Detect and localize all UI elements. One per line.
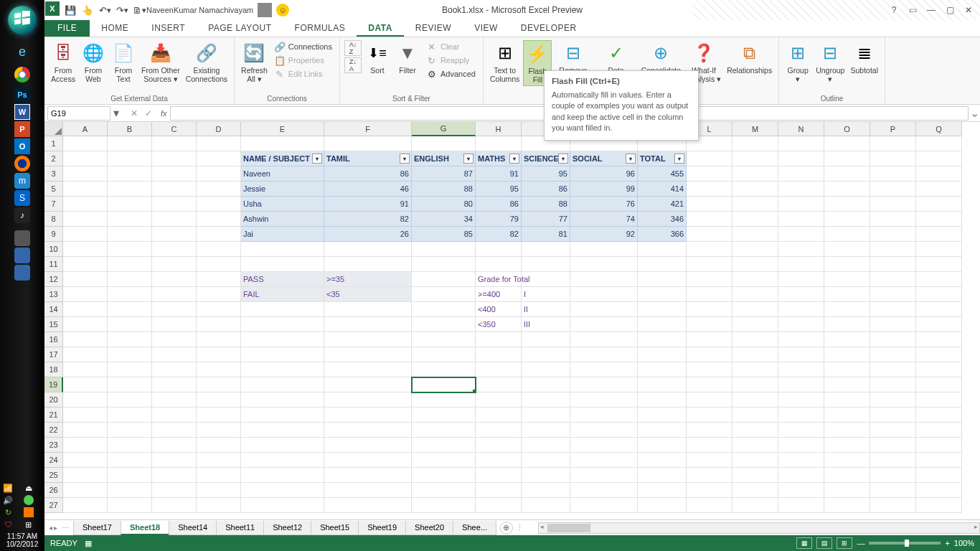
cell[interactable] [687,227,732,242]
column-header[interactable]: Q [916,122,962,136]
cell[interactable] [638,392,687,408]
cell[interactable] [778,438,824,453]
cell[interactable] [412,438,476,453]
cell[interactable]: 99 [570,182,638,197]
cell[interactable] [638,423,687,438]
cell[interactable] [778,272,824,287]
cell[interactable] [687,438,732,453]
cell[interactable] [687,272,732,287]
ungroup-button[interactable]: ⊟Ungroup ▾ [814,40,847,85]
cell[interactable] [824,287,870,302]
row-header[interactable]: 1 [44,136,63,151]
cell[interactable] [324,483,412,498]
cell[interactable] [476,242,522,257]
cell[interactable] [197,483,241,498]
cell[interactable] [824,408,870,423]
cell[interactable]: SCIENCE▾ [522,151,570,166]
cell[interactable] [824,438,870,453]
cell[interactable] [412,392,476,408]
cell[interactable] [476,362,522,377]
cell[interactable] [824,166,870,182]
row-header[interactable]: 20 [44,392,63,408]
cell[interactable] [870,272,916,287]
cell[interactable] [241,317,324,332]
cell[interactable] [824,453,870,468]
cell[interactable] [152,408,197,423]
cell[interactable] [824,498,870,513]
cell[interactable] [824,242,870,257]
cell[interactable] [916,498,962,513]
cell[interactable] [108,377,152,392]
sheet-tab[interactable]: Shee... [453,521,496,535]
cell[interactable] [522,362,570,377]
column-header[interactable]: E [241,122,324,136]
cell[interactable] [324,136,412,151]
from-access-button[interactable]: 🗄From Access [49,40,77,85]
cell[interactable]: I [522,287,570,302]
cell[interactable] [778,287,824,302]
cell[interactable] [824,392,870,408]
taskbar-app-icon[interactable]: S [14,190,30,206]
sheet-tab[interactable]: Sheet14 [169,521,217,535]
row-header[interactable]: 11 [44,257,63,272]
cell[interactable]: 79 [476,212,522,227]
cell[interactable] [108,317,152,332]
ribbon-options-icon[interactable]: ▭ [904,3,921,17]
cell[interactable] [108,362,152,377]
row-header[interactable]: 2 [44,151,63,166]
cell[interactable] [108,287,152,302]
qat-undo-icon[interactable]: ↶▾ [98,3,112,17]
cell[interactable] [570,272,638,287]
row-header[interactable]: 12 [44,272,63,287]
cell[interactable] [778,151,824,166]
cancel-formula-icon[interactable]: ✕ [128,108,141,118]
cell[interactable] [522,498,570,513]
cell[interactable]: II [522,302,570,317]
cell[interactable] [638,362,687,377]
cell[interactable]: 95 [522,166,570,182]
cell[interactable] [63,197,108,212]
cell[interactable] [63,438,108,453]
cell[interactable] [152,332,197,347]
cell[interactable] [241,377,324,392]
cell[interactable] [824,182,870,197]
taskbar-photoshop-icon[interactable]: Ps [14,87,30,103]
sheet-tab[interactable]: Sheet11 [216,521,264,535]
cell[interactable] [476,332,522,347]
cell[interactable] [476,483,522,498]
cell[interactable]: 91 [324,197,412,212]
cell[interactable] [870,166,916,182]
row-header[interactable]: 3 [44,166,63,182]
cell[interactable] [687,392,732,408]
cell[interactable]: 88 [412,182,476,197]
cell[interactable] [241,498,324,513]
cell[interactable] [152,468,197,483]
refresh-all-button[interactable]: 🔄Refresh All ▾ [239,40,270,85]
cell[interactable] [412,498,476,513]
cell[interactable] [412,423,476,438]
cell[interactable] [476,498,522,513]
tab-page-layout[interactable]: PAGE LAYOUT [197,20,283,37]
tray-icon[interactable]: ⊞ [24,519,34,529]
sheet-tab[interactable]: Sheet12 [263,521,311,535]
cell[interactable] [870,212,916,227]
clear-button[interactable]: ✕Clear [423,40,479,53]
from-other-sources-button[interactable]: 📥From Other Sources ▾ [139,40,182,85]
cell[interactable] [412,317,476,332]
cell[interactable] [324,468,412,483]
cell[interactable] [732,468,778,483]
cell[interactable] [324,302,412,317]
cell[interactable] [870,302,916,317]
row-header[interactable]: 22 [44,423,63,438]
cell[interactable] [476,408,522,423]
cell[interactable] [570,483,638,498]
cell[interactable] [687,257,732,272]
row-header[interactable]: 18 [44,362,63,377]
cell[interactable] [732,392,778,408]
cell[interactable] [108,136,152,151]
row-header[interactable]: 10 [44,242,63,257]
from-text-button[interactable]: 📄From Text [109,40,138,85]
cell[interactable] [108,302,152,317]
cell[interactable] [732,453,778,468]
cell[interactable] [687,317,732,332]
